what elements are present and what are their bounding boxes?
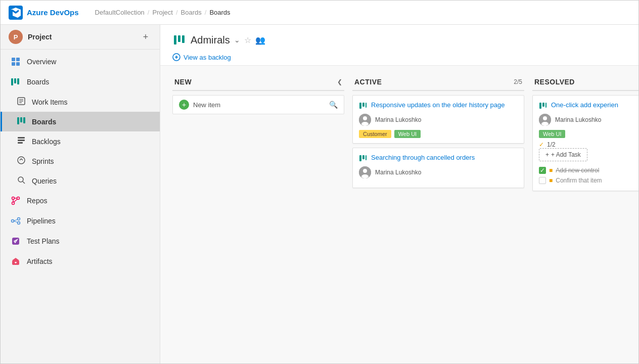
sidebar-item-artifacts[interactable]: Artifacts (1, 251, 160, 271)
checklist-task-icon-1: ■ (549, 167, 553, 174)
card-title-row-1: Responsive updates on the older history … (359, 101, 518, 110)
card-user-2: Marina Lukoshko (375, 169, 421, 176)
sidebar-item-overview[interactable]: Overview (1, 52, 160, 72)
column-header-active: Active 2/5 (352, 74, 524, 91)
sidebar-item-backlogs[interactable]: Backlogs (1, 131, 160, 151)
backlogs-icon (17, 136, 26, 147)
add-project-button[interactable]: + (140, 31, 152, 43)
overview-icon (11, 57, 21, 67)
sidebar-item-work-items[interactable]: Work Items (1, 92, 160, 112)
sidebar-item-sprints[interactable]: Sprints (1, 151, 160, 171)
svg-rect-4 (12, 62, 15, 66)
svg-point-49 (363, 116, 367, 120)
work-items-label: Work Items (32, 98, 68, 106)
svg-rect-18 (18, 142, 23, 144)
favorite-star-icon[interactable]: ☆ (244, 35, 251, 45)
content-area: Admirals ⌄ ☆ 👥 View as backlog New ❮ (160, 25, 638, 363)
boards-sub-icon (17, 116, 26, 127)
add-task-button[interactable]: + + Add Task (539, 148, 587, 161)
svg-point-50 (361, 122, 369, 126)
checklist-item-1[interactable]: ✓ ■ Add new control (539, 165, 638, 175)
repos-label: Repos (27, 197, 47, 205)
sidebar-header: P Project + (1, 25, 160, 50)
breadcrumb-boards1[interactable]: Boards (181, 9, 202, 16)
svg-line-32 (14, 221, 18, 222)
pipelines-icon (11, 216, 21, 226)
active-card-2[interactable]: Searching through cancelled orders Marin… (352, 148, 524, 188)
sidebar-item-repos[interactable]: Repos (1, 191, 160, 211)
resolved-card-1[interactable]: One-click add experien Marina Lukoshko W… (532, 95, 638, 191)
view-backlog-text: View as backlog (184, 54, 231, 61)
svg-rect-59 (545, 103, 546, 108)
add-item-button[interactable]: + (179, 100, 189, 110)
checklist-item-2[interactable]: ■ Confirm that item (539, 175, 638, 186)
resolved-tag-webui: Web UI (539, 130, 565, 138)
sidebar-item-boards-group[interactable]: Boards (1, 72, 160, 92)
artifacts-icon (11, 256, 21, 266)
svg-rect-58 (542, 103, 544, 107)
svg-point-29 (18, 218, 20, 220)
svg-rect-8 (17, 78, 19, 84)
breadcrumb-project[interactable]: Project (152, 9, 172, 16)
view-backlog-row[interactable]: View as backlog (172, 53, 626, 61)
checklist-text-1: Add new control (556, 167, 599, 174)
tag-customer: Customer (359, 130, 391, 138)
project-avatar: P (9, 30, 23, 44)
svg-rect-6 (11, 78, 13, 85)
svg-rect-3 (16, 58, 20, 61)
logo[interactable]: Azure DevOps (9, 6, 79, 20)
breadcrumb-defaultcollection[interactable]: DefaultCollection (95, 9, 145, 16)
svg-rect-40 (178, 35, 180, 42)
card-title-2[interactable]: Searching through cancelled orders (371, 153, 475, 162)
svg-point-20 (18, 177, 23, 182)
column-chevron-new[interactable]: ❮ (337, 78, 342, 85)
new-item-card[interactable]: + New item 🔍 (172, 95, 344, 114)
svg-point-28 (12, 220, 14, 222)
resolved-card-title[interactable]: One-click add experien (551, 101, 618, 110)
tasks-count: 1/2 (547, 141, 556, 148)
svg-line-21 (23, 181, 25, 184)
svg-rect-57 (539, 103, 541, 109)
sidebar-item-pipelines[interactable]: Pipelines (1, 211, 160, 231)
column-count-active: 2/5 (514, 78, 522, 85)
resolved-card-title-row: One-click add experien (539, 101, 638, 110)
board-title-chevron-icon[interactable]: ⌄ (234, 36, 240, 44)
sidebar-item-boards[interactable]: Boards (1, 112, 160, 131)
resolved-card-avatar (539, 114, 551, 126)
card-tags-1: Customer Web UI (359, 130, 518, 138)
svg-rect-47 (366, 103, 367, 108)
boards-group-label: Boards (27, 78, 49, 86)
card-title-row-2: Searching through cancelled orders (359, 153, 518, 162)
card-title-1[interactable]: Responsive updates on the older history … (371, 101, 505, 110)
sidebar-item-test-plans[interactable]: Test Plans (1, 231, 160, 251)
active-card-1[interactable]: Responsive updates on the older history … (352, 95, 524, 144)
board-area: New ❮ + New item 🔍 Active 2/5 (160, 66, 638, 363)
search-new-icon[interactable]: 🔍 (329, 101, 338, 109)
board-title: Admirals (191, 34, 230, 46)
svg-rect-46 (362, 103, 364, 107)
sidebar-project[interactable]: P Project (9, 30, 52, 44)
column-resolved: Resolved One-click add experien Marin (532, 74, 638, 355)
svg-rect-53 (366, 155, 367, 160)
svg-rect-5 (16, 62, 20, 66)
work-item-type-icon-1 (359, 102, 367, 110)
checklist-checkbox-1[interactable]: ✓ (539, 167, 546, 174)
checklist-checkbox-2[interactable] (539, 177, 546, 184)
svg-point-55 (363, 169, 367, 173)
svg-rect-15 (23, 117, 25, 123)
card-avatar-2 (359, 166, 371, 178)
repos-icon (11, 196, 21, 206)
svg-rect-51 (359, 155, 361, 161)
tag-webui: Web UI (394, 130, 421, 138)
sprints-icon (17, 156, 26, 166)
sidebar: P Project + Overview B (1, 25, 160, 363)
card-user-row-1: Marina Lukoshko (359, 114, 518, 126)
column-new: New ❮ + New item 🔍 (172, 74, 344, 355)
breadcrumb: DefaultCollection / Project / Boards / B… (95, 9, 231, 16)
svg-rect-33 (12, 238, 19, 245)
new-item-label: New item (193, 101, 325, 109)
sidebar-item-queries[interactable]: Queries (1, 171, 160, 191)
team-icon[interactable]: 👥 (255, 35, 265, 45)
svg-point-62 (541, 122, 549, 126)
breadcrumb-boards2[interactable]: Boards (209, 9, 230, 16)
